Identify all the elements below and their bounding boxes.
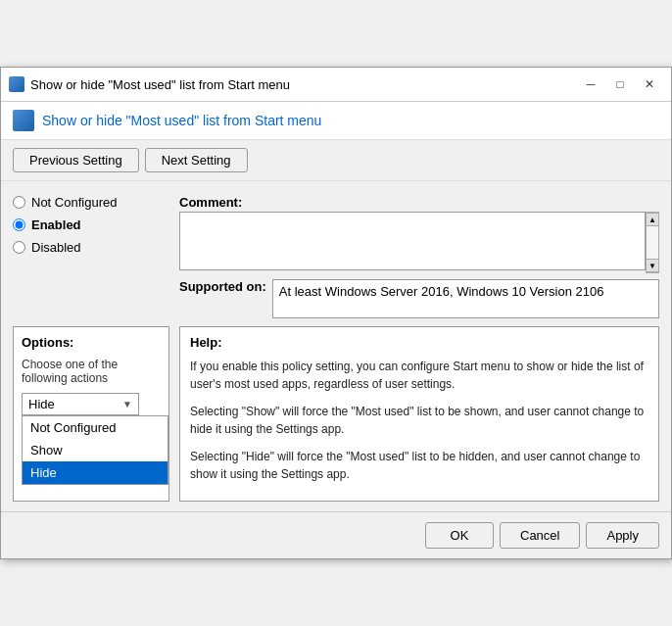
enabled-label[interactable]: Enabled	[31, 217, 81, 232]
options-help-row: Options: Choose one of the following act…	[13, 326, 659, 502]
toolbar: Previous Setting Next Setting	[1, 140, 671, 181]
previous-setting-button[interactable]: Previous Setting	[13, 148, 139, 172]
minimize-button[interactable]: ─	[577, 73, 604, 95]
disabled-row: Disabled	[13, 240, 169, 255]
right-column: Comment: ▲ ▼ Supported on: At least Wind…	[179, 195, 659, 318]
disabled-label[interactable]: Disabled	[31, 240, 81, 255]
help-paragraph-2: Selecting "Show" will force the "Most us…	[190, 403, 648, 438]
title-bar-left: Show or hide "Most used" list from Start…	[9, 76, 290, 92]
title-bar-buttons: ─ □ ✕	[577, 73, 663, 95]
radio-section: Not Configured Enabled Disabled	[13, 195, 169, 255]
main-two-col: Not Configured Enabled Disabled Comment:	[13, 195, 659, 318]
not-configured-radio[interactable]	[13, 196, 25, 209]
content-area: Not Configured Enabled Disabled Comment:	[1, 181, 671, 511]
options-panel: Options: Choose one of the following act…	[13, 326, 169, 502]
comment-scrollbar: ▲ ▼	[646, 212, 659, 273]
header-title: Show or hide "Most used" list from Start…	[42, 113, 321, 128]
window-title: Show or hide "Most used" list from Start…	[30, 77, 290, 92]
comment-section: Comment: ▲ ▼	[179, 195, 659, 273]
dropdown-list: Not Configured Show Hide	[22, 415, 168, 485]
dropdown-item-not-configured[interactable]: Not Configured	[23, 416, 168, 439]
help-paragraph-1: If you enable this policy setting, you c…	[190, 358, 648, 393]
policy-icon	[13, 110, 34, 131]
window-icon	[9, 76, 24, 92]
help-text: If you enable this policy setting, you c…	[190, 358, 648, 483]
cancel-button[interactable]: Cancel	[500, 522, 580, 549]
footer: OK Cancel Apply	[1, 511, 671, 558]
dropdown-item-hide[interactable]: Hide	[23, 461, 168, 484]
dropdown-container: Hide ▼ Not Configured Show Hide	[22, 393, 139, 415]
comment-area-wrap	[179, 212, 646, 273]
help-title: Help:	[190, 335, 648, 350]
dropdown-arrow-icon: ▼	[122, 399, 132, 409]
comment-label: Comment:	[179, 195, 659, 210]
help-panel: Help: If you enable this policy setting,…	[179, 326, 659, 502]
maximize-button[interactable]: □	[606, 73, 634, 95]
help-paragraph-3: Selecting "Hide" will force the "Most us…	[190, 448, 648, 483]
left-column: Not Configured Enabled Disabled	[13, 195, 169, 318]
main-window: Show or hide "Most used" list from Start…	[0, 67, 672, 559]
not-configured-label[interactable]: Not Configured	[31, 195, 117, 210]
supported-row: Supported on: At least Windows Server 20…	[179, 279, 659, 318]
options-subtitle: Choose one of the following actions	[22, 358, 161, 385]
comment-textarea[interactable]	[179, 212, 646, 270]
not-configured-row: Not Configured	[13, 195, 169, 210]
enabled-radio[interactable]	[13, 218, 25, 231]
scroll-down-btn[interactable]: ▼	[646, 259, 659, 272]
comment-row: ▲ ▼	[179, 212, 659, 273]
enabled-row: Enabled	[13, 217, 169, 232]
close-button[interactable]: ✕	[636, 73, 663, 95]
supported-label: Supported on:	[179, 279, 266, 294]
apply-button[interactable]: Apply	[586, 522, 659, 549]
next-setting-button[interactable]: Next Setting	[145, 148, 248, 172]
ok-button[interactable]: OK	[425, 522, 494, 549]
disabled-radio[interactable]	[13, 241, 25, 254]
dropdown-selected-value: Hide	[28, 397, 55, 411]
options-title: Options:	[22, 335, 161, 350]
dropdown-button[interactable]: Hide ▼	[22, 393, 139, 415]
supported-value: At least Windows Server 2016, Windows 10…	[272, 279, 659, 318]
dropdown-item-show[interactable]: Show	[23, 439, 168, 461]
scroll-up-btn[interactable]: ▲	[646, 213, 659, 226]
header-bar: Show or hide "Most used" list from Start…	[1, 102, 671, 140]
title-bar: Show or hide "Most used" list from Start…	[1, 68, 671, 102]
